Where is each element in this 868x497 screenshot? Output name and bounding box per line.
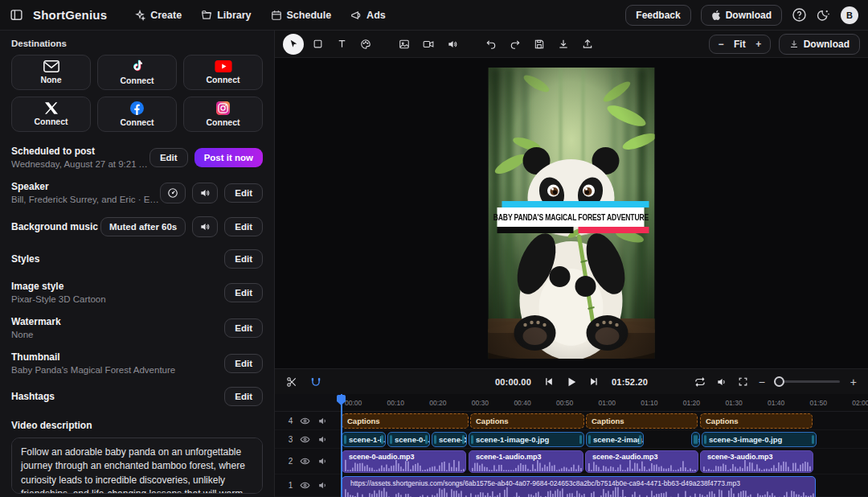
image-icon[interactable] bbox=[394, 34, 415, 55]
zoom-fit-button[interactable]: Fit bbox=[734, 39, 746, 50]
audio-clip[interactable]: scene-0-audio.mp3 bbox=[342, 450, 466, 473]
text-icon[interactable] bbox=[331, 34, 352, 55]
destination-instagram[interactable]: Connect bbox=[183, 97, 263, 132]
gauge-icon[interactable] bbox=[160, 183, 186, 203]
redo-icon[interactable] bbox=[505, 34, 526, 55]
video-description-input[interactable]: Follow an adorable baby panda on an unfo… bbox=[11, 437, 263, 494]
skip-back-icon[interactable] bbox=[543, 376, 554, 387]
destination-facebook[interactable]: Connect bbox=[97, 97, 177, 132]
timeline-ruler[interactable]: 00:0000:1000:2000:3000:4000:5001:0001:10… bbox=[342, 394, 868, 412]
fullscreen-icon[interactable] bbox=[738, 376, 748, 387]
destination-x[interactable]: Connect bbox=[11, 97, 91, 132]
image-clip[interactable]: scene-0... bbox=[432, 432, 467, 447]
track-volume-icon[interactable] bbox=[317, 480, 328, 491]
download-app-button[interactable]: Download bbox=[701, 5, 782, 26]
undo-icon[interactable] bbox=[481, 34, 502, 55]
timeline-zoom-in[interactable]: + bbox=[850, 376, 857, 388]
audio-clip[interactable]: scene-2-audio.mp3 bbox=[585, 450, 698, 473]
styles-edit-button[interactable]: Edit bbox=[224, 249, 263, 269]
nav-create[interactable]: Create bbox=[134, 10, 182, 21]
save-icon[interactable] bbox=[529, 34, 550, 55]
image-clip[interactable]: scene-1-i... bbox=[342, 432, 386, 447]
timeline-content[interactable]: 00:0000:1000:2000:3000:4000:5001:0001:10… bbox=[342, 394, 868, 497]
upload-icon[interactable] bbox=[577, 34, 598, 55]
track-volume-icon[interactable] bbox=[317, 416, 328, 426]
speaker-section: Speaker Bill, Frederick Surrey, and Eric… bbox=[11, 181, 263, 204]
thumbnail-title: Thumbnail bbox=[11, 351, 175, 363]
timeline: 4321 00:0000:1000:2000:3000:4000:5001:00… bbox=[275, 394, 868, 497]
destination-youtube[interactable]: Connect bbox=[183, 55, 263, 90]
magnet-icon[interactable] bbox=[310, 376, 321, 388]
theme-toggle-icon[interactable] bbox=[817, 8, 831, 23]
export-download-button[interactable]: Download bbox=[779, 34, 860, 55]
nav-library-label: Library bbox=[217, 10, 251, 21]
audio-clip[interactable]: scene-3-audio.mp3 bbox=[700, 450, 813, 473]
mute-icon[interactable] bbox=[716, 376, 727, 388]
post-it-now-button[interactable]: Post it now bbox=[194, 148, 263, 167]
image-clip[interactable]: scene-1-image-0.jpg bbox=[469, 432, 584, 447]
zoom-in-button[interactable]: + bbox=[754, 39, 764, 50]
shape-icon[interactable] bbox=[307, 34, 328, 55]
download-icon[interactable] bbox=[553, 34, 574, 55]
speaker-edit-button[interactable]: Edit bbox=[224, 183, 263, 203]
song-clip[interactable]: https://assets.shortgenius.com/songs/6ab… bbox=[342, 476, 816, 497]
destination-tiktok[interactable]: Connect bbox=[97, 55, 177, 90]
scissors-icon[interactable] bbox=[286, 376, 297, 388]
speaker-volume-icon[interactable] bbox=[192, 183, 218, 203]
timeline-zoom-out[interactable]: − bbox=[759, 376, 765, 388]
caption-clip[interactable]: Captions bbox=[470, 413, 584, 429]
destination-label: None bbox=[40, 75, 61, 84]
music-edit-button[interactable]: Edit bbox=[224, 217, 263, 236]
play-icon[interactable] bbox=[566, 376, 577, 388]
caption-accent-bottom bbox=[497, 227, 645, 233]
skip-forward-icon[interactable] bbox=[589, 376, 600, 387]
zoom-out-button[interactable]: − bbox=[716, 39, 726, 50]
audio-clip[interactable]: scene-1-audio.mp3 bbox=[469, 450, 583, 473]
help-icon[interactable] bbox=[792, 7, 807, 23]
watermark-edit-button[interactable]: Edit bbox=[224, 318, 263, 338]
music-volume-icon[interactable] bbox=[192, 216, 218, 237]
video-icon[interactable] bbox=[418, 34, 439, 55]
feedback-button[interactable]: Feedback bbox=[625, 5, 690, 26]
audio-icon[interactable] bbox=[442, 34, 463, 55]
clip-label: s bbox=[698, 435, 700, 444]
loop-icon[interactable] bbox=[694, 376, 706, 388]
caption-clip[interactable]: Captions bbox=[586, 413, 698, 429]
timeline-track-2: scene-0-audio.mp3scene-1-audio.mp3scene-… bbox=[342, 449, 868, 474]
image-clip[interactable]: scene-3-image-0.jpg bbox=[702, 432, 817, 447]
muted-after-button[interactable]: Muted after 60s bbox=[100, 217, 186, 236]
image-style-edit-button[interactable]: Edit bbox=[224, 283, 263, 302]
nav-schedule[interactable]: Schedule bbox=[271, 10, 332, 21]
image-clip[interactable]: scene-0-... bbox=[387, 432, 430, 447]
nav-library[interactable]: Library bbox=[201, 10, 251, 21]
hashtags-edit-button[interactable]: Edit bbox=[224, 387, 263, 406]
thumbnail-edit-button[interactable]: Edit bbox=[224, 354, 263, 373]
eye-icon[interactable] bbox=[300, 456, 310, 466]
brand-logo[interactable]: ShortGenius bbox=[33, 8, 107, 22]
scheduled-edit-button[interactable]: Edit bbox=[149, 148, 188, 167]
palette-icon[interactable] bbox=[355, 34, 376, 55]
image-clip[interactable]: s bbox=[691, 432, 700, 447]
clip-label: Captions bbox=[347, 417, 380, 425]
video-preview[interactable]: BABY PANDA'S MAGICAL FOREST ADVENTURE bbox=[489, 68, 655, 359]
timeline-zoom-slider[interactable] bbox=[776, 380, 840, 383]
eye-icon[interactable] bbox=[300, 416, 310, 426]
eye-icon[interactable] bbox=[300, 434, 310, 445]
nav-ads[interactable]: Ads bbox=[350, 10, 386, 21]
cursor-icon[interactable] bbox=[283, 34, 304, 55]
caption-clip[interactable]: Captions bbox=[342, 413, 469, 429]
sidebar-toggle-icon[interactable] bbox=[10, 8, 23, 22]
image-clip[interactable]: scene-2-imag... bbox=[586, 432, 644, 447]
playhead[interactable] bbox=[341, 394, 342, 497]
destination-email[interactable]: None bbox=[11, 55, 91, 90]
avatar[interactable]: B bbox=[841, 6, 858, 24]
facebook-icon bbox=[130, 101, 144, 115]
download-app-label: Download bbox=[726, 10, 772, 21]
video-caption-overlay[interactable]: BABY PANDA'S MAGICAL FOREST ADVENTURE bbox=[497, 201, 645, 233]
track-volume-icon[interactable] bbox=[317, 456, 328, 466]
zoom-slider-knob[interactable] bbox=[774, 376, 784, 387]
video-canvas[interactable]: BABY PANDA'S MAGICAL FOREST ADVENTURE bbox=[275, 58, 868, 368]
caption-clip[interactable]: Captions bbox=[700, 413, 813, 429]
track-volume-icon[interactable] bbox=[317, 434, 328, 445]
eye-icon[interactable] bbox=[300, 480, 310, 491]
